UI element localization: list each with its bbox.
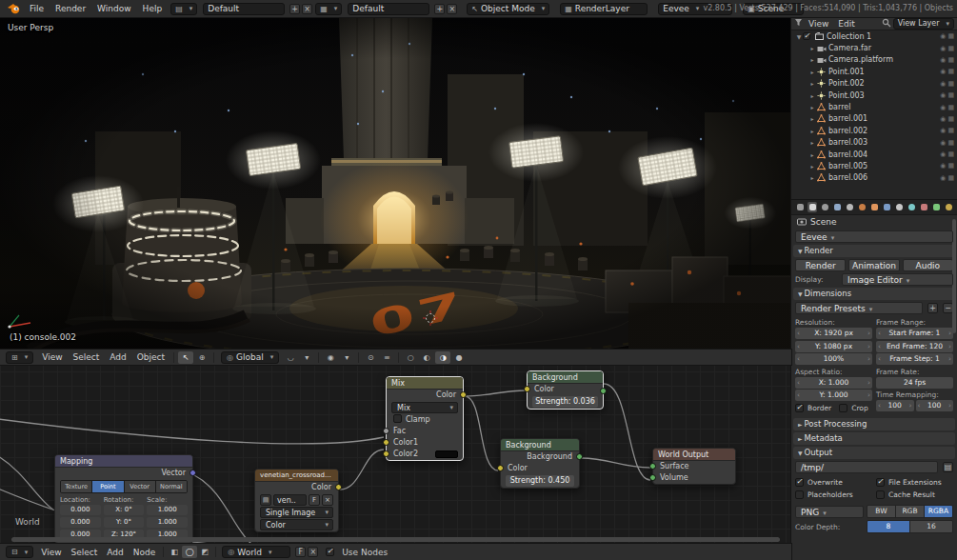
hide-viewport-icon[interactable]: ◉ — [940, 104, 946, 111]
section-output[interactable]: Output — [793, 447, 955, 459]
crop-checkbox[interactable] — [839, 404, 847, 412]
hide-viewport-icon[interactable]: ◉ — [940, 68, 946, 75]
type-texture-button[interactable]: Texture — [61, 481, 92, 492]
shading-rendered-icon[interactable]: ● — [451, 351, 467, 364]
hide-render-icon[interactable]: ▦ — [947, 45, 954, 52]
menu-file[interactable]: File — [24, 0, 50, 17]
color2-swatch[interactable] — [435, 450, 458, 458]
shading-wireframe-icon[interactable]: ○ — [403, 351, 418, 364]
shading-material-icon[interactable]: ◑ — [435, 351, 450, 364]
snap-magnet-icon[interactable]: ◡ — [283, 351, 298, 364]
outliner-row-mesh[interactable]: ▸ barrel.004 ◉▦ — [791, 149, 957, 160]
display-select[interactable]: Image Editor — [842, 273, 953, 286]
hide-render-icon[interactable]: ▦ — [947, 115, 954, 123]
image-name-field[interactable]: ven.. — [273, 494, 307, 506]
tab-physics[interactable] — [907, 202, 916, 212]
mode-select[interactable]: ↖Object Mode — [467, 3, 549, 15]
node-header[interactable]: Background — [501, 439, 579, 451]
color-output-socket[interactable] — [335, 484, 342, 490]
use-nodes-checkbox[interactable] — [326, 548, 334, 556]
fac-input-socket[interactable] — [383, 428, 389, 434]
tab-render[interactable] — [807, 202, 817, 212]
filter-icon[interactable] — [794, 18, 803, 29]
node-header[interactable]: World Output — [653, 449, 735, 461]
vp-menu-object[interactable]: Object — [132, 350, 169, 365]
scale-y-field[interactable]: 1.000 — [147, 517, 188, 528]
node-link[interactable] — [465, 396, 498, 470]
type-normal-button[interactable]: Normal — [156, 481, 187, 492]
outliner-row-light[interactable]: ▸ Point.001 ◉▦ — [791, 66, 957, 77]
color-input-socket[interactable] — [497, 465, 504, 471]
node-editor-hscrollbar[interactable] — [11, 537, 780, 542]
outliner-row-mesh[interactable]: ▸ barrel.001 ◉▦ — [791, 113, 957, 125]
shading-solid-icon[interactable]: ◐ — [419, 351, 434, 364]
outliner-row-mesh[interactable]: ▸ barrel ◉▦ — [791, 101, 957, 112]
shader-type-world-icon[interactable]: ◯ — [182, 546, 197, 558]
viewport-scene[interactable]: 07 — [0, 17, 791, 350]
render-presets-select[interactable]: Render Presets — [795, 302, 923, 314]
tab-view-layer[interactable] — [832, 202, 842, 212]
section-dimensions[interactable]: Dimensions — [793, 288, 955, 300]
tab-material[interactable] — [944, 202, 953, 212]
image-source-select[interactable]: Single Image — [260, 507, 333, 518]
audio-button[interactable]: Audio — [903, 259, 953, 271]
vector-output-socket[interactable] — [189, 470, 196, 476]
proportional-edit-icon[interactable]: ◉ — [323, 351, 338, 364]
file-format-select[interactable]: PNG — [795, 506, 864, 518]
unlink-button[interactable]: × — [322, 494, 333, 506]
hide-viewport-icon[interactable]: ◉ — [940, 139, 946, 147]
file-extensions-checkbox[interactable] — [876, 478, 885, 487]
world-unlink-button[interactable]: × — [308, 547, 318, 557]
tweak-tool-icon[interactable]: ↖ — [178, 351, 193, 364]
node-link[interactable] — [0, 456, 53, 510]
rotation-x-field[interactable]: X: 0° — [104, 505, 145, 515]
cursor-tool-icon[interactable]: ⊕ — [194, 351, 209, 364]
hide-viewport-icon[interactable]: ◉ — [940, 127, 946, 134]
outliner-row-light[interactable]: ▸ Point.003 ◉▦ — [791, 90, 957, 101]
overwrite-checkbox[interactable] — [795, 478, 804, 487]
hide-viewport-icon[interactable]: ◉ — [940, 150, 946, 158]
node-header[interactable]: Mapping — [55, 455, 192, 468]
hide-render-icon[interactable]: ▦ — [947, 56, 954, 64]
outliner-row-collection[interactable]: ▼ Collection 1 ◉▦ — [791, 30, 957, 42]
outliner-row-mesh[interactable]: ▸ barrel.003 ◉▦ — [791, 137, 957, 149]
node-link[interactable] — [465, 390, 526, 396]
proportional-falloff-dropdown[interactable]: ▾ — [339, 351, 354, 364]
shader-type-object-icon[interactable]: ◧ — [167, 546, 182, 558]
depth-8-button[interactable]: 8 — [867, 521, 910, 532]
aspect-y-field[interactable]: Y: 1.000 — [795, 390, 872, 401]
display-mode-select[interactable]: View Layer — [893, 18, 954, 30]
search-icon[interactable] — [882, 18, 891, 30]
ne-menu-view[interactable]: View — [36, 545, 66, 560]
hide-viewport-icon[interactable]: ◉ — [940, 80, 946, 88]
vp-menu-add[interactable]: Add — [105, 350, 130, 365]
node-mapping[interactable]: Mapping Vector Texture Point Vector Norm… — [54, 454, 193, 544]
outliner-menu-view[interactable]: View — [805, 19, 832, 29]
tab-particles[interactable] — [894, 202, 904, 212]
color-mode-bw[interactable]: BW — [867, 506, 896, 517]
hide-render-icon[interactable]: ▦ — [947, 127, 954, 134]
vp-menu-select[interactable]: Select — [69, 350, 105, 365]
hide-render-icon[interactable]: ▦ — [947, 80, 954, 88]
hide-viewport-icon[interactable]: ◉ — [940, 115, 946, 123]
outliner-menu-edit[interactable]: Edit — [834, 19, 858, 29]
fake-user-button[interactable]: F — [309, 494, 320, 506]
end-frame-field[interactable]: End Frame: 120 — [876, 341, 953, 352]
hide-viewport-icon[interactable]: ◉ — [940, 45, 946, 52]
volume-input-socket[interactable] — [649, 474, 656, 481]
hide-render-icon[interactable]: ▦ — [947, 68, 954, 75]
gizmo-toggle-icon[interactable]: ⊙ — [363, 351, 378, 364]
transform-orientation-select[interactable]: ◎Global — [221, 351, 279, 364]
tab-world[interactable] — [857, 202, 867, 212]
depth-16-button[interactable]: 16 — [910, 521, 952, 532]
rotation-y-field[interactable]: Y: 0° — [104, 517, 145, 528]
layout-close-button[interactable]: × — [447, 4, 457, 14]
color-space-select[interactable]: Color — [260, 519, 333, 530]
ne-menu-select[interactable]: Select — [67, 545, 103, 560]
node-link[interactable] — [0, 419, 384, 444]
tab-scene[interactable] — [845, 202, 854, 212]
collection-checkbox[interactable] — [803, 32, 810, 40]
world-fake-user-button[interactable]: F — [295, 547, 306, 557]
node-mix[interactable]: Mix Color Mix Clamp Fac Color1 Color2 — [386, 376, 464, 461]
color-output-socket[interactable] — [460, 391, 467, 398]
